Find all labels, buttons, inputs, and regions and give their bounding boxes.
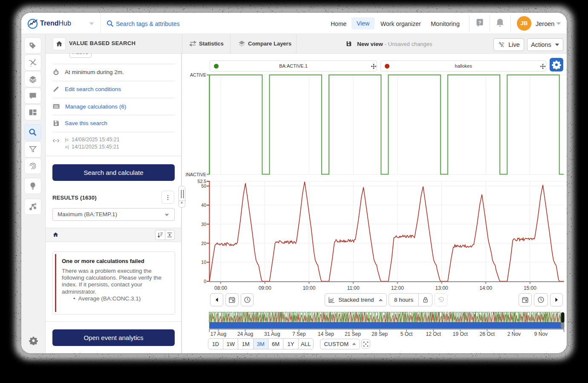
svg-text:26 Oct: 26 Oct bbox=[480, 331, 495, 337]
svg-text:12:00: 12:00 bbox=[391, 285, 404, 291]
svg-text:2 Nov: 2 Nov bbox=[507, 331, 521, 337]
svg-text:21 Sep: 21 Sep bbox=[345, 331, 361, 337]
svg-text:10:00: 10:00 bbox=[303, 285, 315, 291]
svg-text:÷: ÷ bbox=[29, 59, 31, 63]
svg-text:15:00: 15:00 bbox=[524, 285, 536, 291]
svg-text:14:00: 14:00 bbox=[479, 285, 492, 291]
svg-text:52.5: 52.5 bbox=[198, 179, 207, 184]
svg-text:24 Aug: 24 Aug bbox=[237, 331, 253, 337]
svg-text:+: + bbox=[34, 58, 36, 62]
svg-text:ACTIVE: ACTIVE bbox=[190, 72, 206, 77]
svg-text:INACTIVE: INACTIVE bbox=[186, 172, 206, 177]
svg-text:12 Oct: 12 Oct bbox=[426, 331, 441, 337]
svg-text:40: 40 bbox=[201, 203, 206, 208]
svg-text:10: 10 bbox=[201, 260, 206, 265]
svg-text:50: 50 bbox=[201, 183, 206, 189]
svg-text:?: ? bbox=[478, 20, 481, 25]
svg-text:30: 30 bbox=[201, 222, 206, 227]
svg-text:–: – bbox=[30, 64, 32, 67]
svg-text:19 Oct: 19 Oct bbox=[453, 331, 468, 337]
svg-text:14 Sep: 14 Sep bbox=[318, 331, 334, 337]
svg-text:09:00: 09:00 bbox=[259, 285, 271, 291]
svg-text:0: 0 bbox=[204, 279, 206, 284]
svg-text:31 Aug: 31 Aug bbox=[264, 331, 280, 337]
svg-text:17 Aug: 17 Aug bbox=[210, 331, 226, 337]
svg-text:7 Sep: 7 Sep bbox=[292, 331, 306, 337]
svg-text:28 Sep: 28 Sep bbox=[372, 331, 388, 337]
svg-text:9 Nov: 9 Nov bbox=[534, 331, 548, 337]
svg-text:×: × bbox=[35, 63, 37, 66]
svg-text:20: 20 bbox=[201, 241, 206, 246]
svg-text:13:00: 13:00 bbox=[435, 285, 448, 291]
svg-text:08:00: 08:00 bbox=[214, 285, 227, 291]
svg-text:5 Oct: 5 Oct bbox=[401, 331, 413, 337]
svg-text:11:00: 11:00 bbox=[347, 285, 360, 291]
